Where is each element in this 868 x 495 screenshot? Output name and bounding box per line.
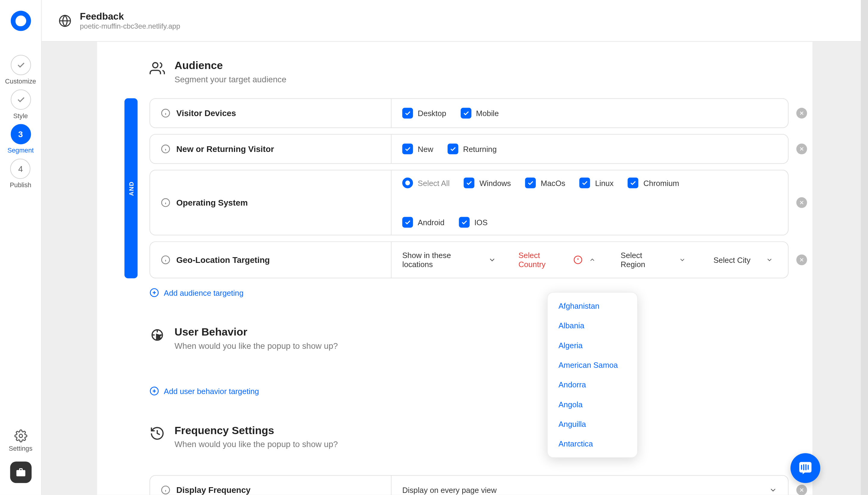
country-option[interactable]: Andorra <box>552 375 632 395</box>
country-option[interactable]: Angola <box>552 395 632 414</box>
app-logo[interactable] <box>11 11 31 31</box>
chevron-down-icon <box>679 257 686 264</box>
country-option[interactable]: Antarctica <box>552 434 632 454</box>
briefcase-button[interactable] <box>10 462 31 483</box>
step-style[interactable]: Style <box>11 89 31 119</box>
step-label: Customize <box>5 78 36 85</box>
checkbox-chromium[interactable]: Chromium <box>628 177 679 188</box>
cursor-icon <box>150 327 165 343</box>
add-audience-targeting-button[interactable]: Add audience targeting <box>150 288 788 297</box>
checkbox-desktop[interactable]: Desktop <box>402 108 446 119</box>
geo-mode-select[interactable]: Show in these locations <box>402 251 502 269</box>
rule-visitor-devices: Visitor Devices Desktop Mobile <box>150 98 788 128</box>
country-option[interactable]: Algeria <box>552 336 632 355</box>
info-icon[interactable] <box>161 485 171 495</box>
info-icon[interactable] <box>161 198 171 208</box>
section-title: User Behavior <box>175 326 338 339</box>
checkbox-new[interactable]: New <box>402 144 433 155</box>
people-icon <box>150 61 165 76</box>
remove-rule-button[interactable] <box>797 198 808 208</box>
checkbox-macos[interactable]: MacOs <box>525 177 566 188</box>
page-header: Feedback poetic-muffin-cbc3ee.netlify.ap… <box>41 0 868 41</box>
chevron-down-icon <box>489 256 497 264</box>
settings-label: Settings <box>9 445 33 452</box>
section-title: Frequency Settings <box>175 425 338 437</box>
svg-point-0 <box>19 434 22 438</box>
step-number: 3 <box>11 124 31 144</box>
add-behavior-targeting-button[interactable]: Add user behavior targeting <box>150 387 788 396</box>
step-label: Segment <box>7 147 34 154</box>
chevron-down-icon <box>766 257 774 264</box>
city-select[interactable]: Select City <box>705 252 782 269</box>
checkbox-returning[interactable]: Returning <box>448 144 497 155</box>
radio-select-all[interactable]: Select All <box>402 177 450 188</box>
audience-section-header: Audience Segment your target audience <box>150 60 788 84</box>
checkbox-linux[interactable]: Linux <box>579 177 614 188</box>
checkbox-android[interactable]: Android <box>402 217 445 228</box>
behavior-section-header: User Behavior When would you like the po… <box>150 326 788 351</box>
rule-label-text: Visitor Devices <box>176 108 236 118</box>
rule-label-text: Display Frequency <box>176 485 250 495</box>
step-label: Publish <box>10 181 31 188</box>
step-number: 4 <box>11 158 31 179</box>
remove-rule-button[interactable] <box>797 108 808 119</box>
frequency-section-header: Frequency Settings When would you like t… <box>150 425 788 449</box>
checkbox-ios[interactable]: IOS <box>459 217 488 228</box>
rule-operating-system: Operating System Select All Windows MacO… <box>150 170 788 236</box>
rule-label-text: New or Returning Visitor <box>176 144 274 154</box>
remove-rule-button[interactable] <box>797 485 808 495</box>
chevron-down-icon <box>769 486 778 494</box>
section-subtitle: Segment your target audience <box>175 74 287 84</box>
checkbox-mobile[interactable]: Mobile <box>461 108 499 119</box>
rule-geo-location: Geo-Location Targeting Show in these loc… <box>150 241 788 278</box>
section-subtitle: When would you like the popup to show up… <box>175 440 338 449</box>
info-icon[interactable] <box>161 108 171 118</box>
remove-rule-button[interactable] <box>797 144 808 155</box>
page-subtitle: poetic-muffin-cbc3ee.netlify.app <box>80 22 180 30</box>
rule-label-text: Geo-Location Targeting <box>176 255 270 265</box>
plus-circle-icon <box>150 288 159 297</box>
display-frequency-select[interactable]: Display on every page view <box>392 476 788 495</box>
section-subtitle: When would you like the popup to show up… <box>175 341 338 351</box>
warning-icon <box>574 255 583 265</box>
step-segment[interactable]: 3 Segment <box>7 124 34 154</box>
info-icon[interactable] <box>161 144 171 154</box>
briefcase-icon <box>15 467 26 478</box>
intercom-launcher[interactable] <box>791 453 820 483</box>
plus-circle-icon <box>150 387 159 396</box>
gear-icon <box>14 429 27 443</box>
rule-visitor-type: New or Returning Visitor New Returning <box>150 134 788 164</box>
info-icon[interactable] <box>161 255 171 265</box>
section-title: Audience <box>175 60 287 72</box>
remove-rule-button[interactable] <box>797 255 808 266</box>
settings-button[interactable]: Settings <box>9 429 33 452</box>
country-select[interactable]: Select Country <box>512 247 603 273</box>
check-icon <box>11 55 31 75</box>
check-icon <box>11 89 31 110</box>
rule-display-frequency: Display Frequency Display on every page … <box>150 475 788 495</box>
globe-icon <box>58 14 72 27</box>
step-publish[interactable]: 4 Publish <box>10 158 31 188</box>
rule-label-text: Operating System <box>176 198 248 208</box>
sidebar-rail: Customize Style 3 Segment 4 Publish Sett… <box>0 0 41 495</box>
chevron-up-icon <box>589 257 596 264</box>
country-option[interactable]: American Samoa <box>552 355 632 375</box>
country-option[interactable]: Anguilla <box>552 414 632 434</box>
svg-point-3 <box>153 63 158 68</box>
scrollbar[interactable] <box>861 0 868 495</box>
country-option[interactable]: Afghanistan <box>552 296 632 316</box>
and-badge: AND <box>124 98 138 278</box>
page-title: Feedback <box>80 11 180 22</box>
step-customize[interactable]: Customize <box>5 55 36 85</box>
history-icon <box>150 426 165 441</box>
intercom-icon <box>798 460 813 476</box>
country-dropdown[interactable]: AfghanistanAlbaniaAlgeriaAmerican SamoaA… <box>547 292 638 458</box>
country-option[interactable]: Albania <box>552 316 632 336</box>
region-select[interactable]: Select Region <box>612 247 695 273</box>
checkbox-windows[interactable]: Windows <box>464 177 511 188</box>
step-label: Style <box>13 112 28 119</box>
